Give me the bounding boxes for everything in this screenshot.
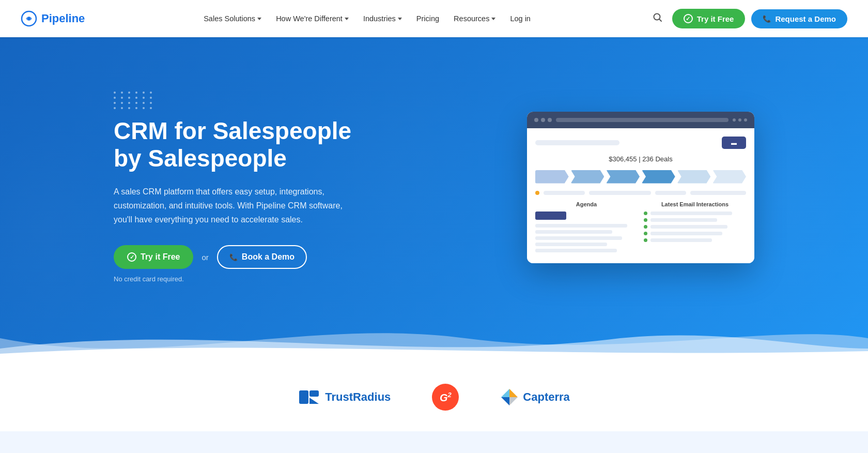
chevron-down-icon	[491, 18, 495, 20]
circle-check-icon: ✓	[127, 252, 136, 262]
svg-marker-7	[501, 389, 509, 397]
titlebar-dot	[548, 118, 552, 122]
green-dot-icon	[644, 218, 647, 222]
chevron-down-icon	[257, 18, 261, 20]
green-dot-icon	[644, 212, 647, 215]
pipeline-stage-5	[677, 170, 711, 184]
crm-body: ▬ $306,455 | 236 Deals	[527, 128, 754, 263]
crm-line-4	[690, 191, 746, 195]
titlebar-icon	[744, 118, 747, 122]
svg-point-1	[27, 17, 30, 20]
crm-bottom-grid: Agenda Latest Email Interactions	[535, 201, 746, 255]
crm-line-3	[655, 191, 686, 195]
hero-title: CRM for Salespeople by Salespeople	[114, 117, 351, 172]
logo-text: Pipeline	[41, 12, 85, 25]
logo[interactable]: Pipeline	[21, 10, 85, 27]
green-dot-icon	[644, 225, 647, 229]
titlebar-icon	[733, 118, 736, 122]
hero-book-demo-button[interactable]: 📞 Book a Demo	[217, 245, 307, 269]
phone-icon: 📞	[229, 253, 238, 261]
trustradius-icon	[298, 386, 320, 408]
trust-logos-section: TrustRadius G2 Capterra	[0, 358, 868, 431]
crm-agenda-title: Agenda	[535, 201, 638, 207]
hero-try-free-button[interactable]: ✓ Try it Free	[114, 245, 193, 269]
crm-screenshot: ▬ $306,455 | 236 Deals	[527, 112, 754, 263]
titlebar-dot	[534, 118, 538, 122]
trust-logos: TrustRadius G2 Capterra	[21, 384, 847, 411]
crm-small-line	[535, 230, 612, 234]
nav-pricing[interactable]: Pricing	[410, 10, 445, 27]
crm-email-row	[644, 238, 746, 242]
search-button[interactable]	[649, 9, 666, 28]
g2-badge: G2	[432, 384, 459, 411]
pipeline-logo-icon	[21, 10, 37, 27]
pipeline-stage-6	[712, 170, 746, 184]
nav-login[interactable]: Log in	[504, 10, 537, 27]
svg-marker-5	[509, 389, 518, 397]
crm-titlebar	[527, 112, 754, 128]
crm-action-button[interactable]: ▬	[722, 137, 746, 149]
header-request-demo-button[interactable]: 📞 Request a Demo	[751, 9, 847, 28]
capterra-icon	[500, 388, 519, 406]
hero-content: CRM for Salespeople by Salespeople A sal…	[72, 61, 796, 335]
green-dot-icon	[644, 238, 647, 242]
crm-email-col: Latest Email Interactions	[644, 201, 746, 255]
or-separator: or	[202, 253, 208, 262]
crm-small-line	[535, 249, 617, 252]
nav-resources[interactable]: Resources	[447, 10, 502, 27]
svg-rect-3	[299, 390, 308, 404]
g2-logo: G2	[432, 384, 459, 411]
crm-small-line	[535, 236, 622, 240]
hero-right-column: ▬ $306,455 | 236 Deals	[527, 112, 754, 263]
crm-email-row	[644, 212, 746, 215]
green-dot-icon	[644, 232, 647, 235]
hero-left-column: CRM for Salespeople by Salespeople A sal…	[114, 92, 351, 283]
hero-wave	[0, 307, 868, 358]
crm-line-2	[589, 191, 651, 195]
titlebar-dot	[541, 118, 545, 122]
crm-email-line	[650, 232, 722, 235]
crm-indicator-row	[535, 191, 746, 195]
header-actions: ✓ Try it Free 📞 Request a Demo	[649, 9, 847, 28]
chevron-down-icon	[398, 18, 402, 20]
crm-email-line	[650, 212, 732, 215]
crm-email-row	[644, 218, 746, 222]
nav-how-different[interactable]: How We're Different	[270, 10, 355, 27]
svg-marker-8	[509, 397, 518, 405]
hero-section: CRM for Salespeople by Salespeople A sal…	[0, 37, 868, 358]
chevron-down-icon	[345, 18, 349, 20]
crm-pipeline-stages	[535, 170, 746, 184]
titlebar-icons	[733, 118, 747, 122]
g2-label: G2	[440, 391, 452, 404]
titlebar-icon	[738, 118, 741, 122]
header: Pipeline Sales Solutions How We're Diffe…	[0, 0, 868, 37]
hero-subtitle: A sales CRM platform that offers easy se…	[114, 185, 351, 227]
crm-line-1	[544, 191, 585, 195]
titlebar-address-bar	[556, 118, 729, 122]
crm-stats: $306,455 | 236 Deals	[535, 155, 746, 163]
capterra-label: Capterra	[523, 390, 569, 404]
orange-indicator-dot	[535, 191, 539, 195]
header-try-free-button[interactable]: ✓ Try it Free	[672, 9, 746, 28]
pipeline-stage-3	[606, 170, 640, 184]
trustradius-logo: TrustRadius	[298, 386, 391, 408]
nav-industries[interactable]: Industries	[357, 10, 408, 27]
nav-sales-solutions[interactable]: Sales Solutions	[197, 10, 268, 27]
svg-rect-4	[309, 390, 319, 397]
titlebar-dots	[534, 118, 552, 122]
crm-email-line	[650, 238, 712, 242]
trustradius-label: TrustRadius	[325, 390, 391, 404]
pipeline-stage-2	[571, 170, 605, 184]
crm-small-line	[535, 224, 627, 228]
search-icon	[653, 12, 663, 23]
crm-agenda-col: Agenda	[535, 201, 638, 255]
dot-pattern-decoration	[114, 92, 351, 109]
crm-top-placeholder-bar	[535, 140, 619, 145]
crm-top-row: ▬	[535, 137, 746, 149]
main-nav: Sales Solutions How We're Different Indu…	[197, 10, 537, 27]
pipeline-stage-4	[642, 170, 675, 184]
pipeline-stage-1	[535, 170, 569, 184]
circle-check-icon: ✓	[684, 14, 693, 23]
phone-icon: 📞	[763, 15, 771, 23]
no-credit-card-text: No credit card required.	[114, 275, 351, 283]
